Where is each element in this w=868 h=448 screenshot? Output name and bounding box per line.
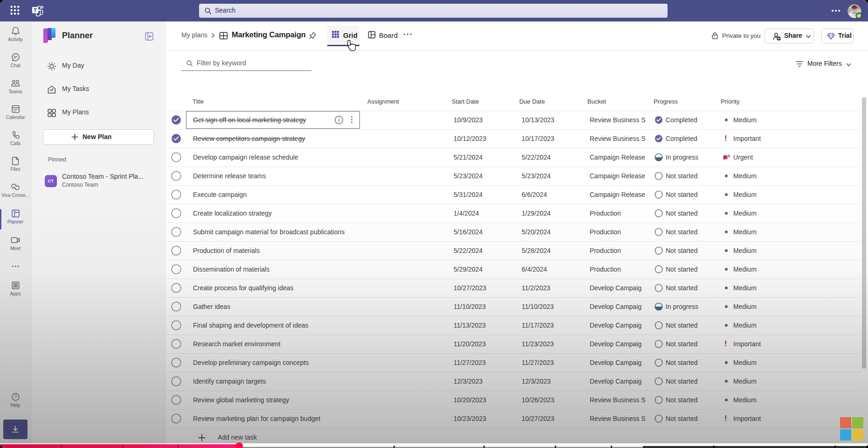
svg-text:?: ? — [14, 394, 17, 399]
